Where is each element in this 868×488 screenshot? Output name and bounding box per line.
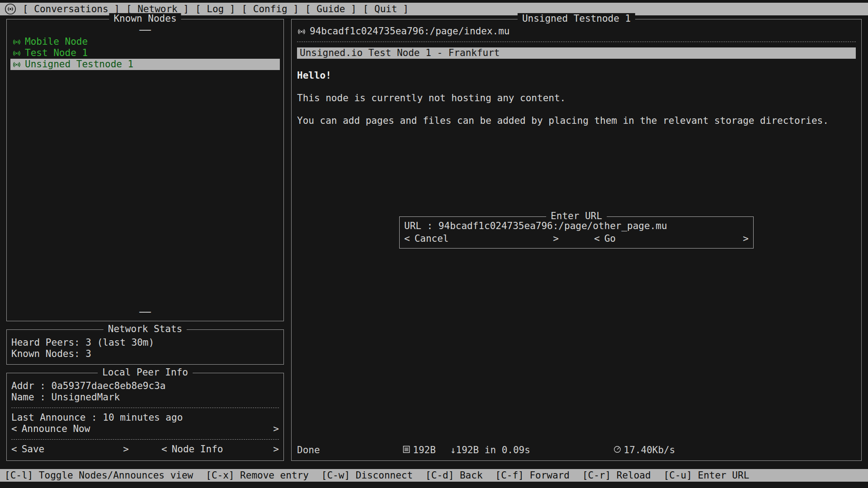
app-logo-icon bbox=[5, 3, 16, 15]
status-size-group: 192B bbox=[335, 433, 436, 467]
peer-name: Name : UnsignedMark bbox=[11, 392, 279, 403]
status-speed-group: 17.40Kb/s bbox=[545, 433, 675, 467]
page-header-bar: Unsigned.io Test Node 1 - Frankfurt bbox=[297, 47, 856, 59]
browser-status-row: Done 192B ↓192B in 0.09s bbox=[297, 445, 856, 456]
scroll-indicator-bottom: ── bbox=[10, 307, 280, 318]
cancel-label: Cancel bbox=[415, 233, 449, 244]
node-row-mobile-node[interactable]: Mobile Node bbox=[10, 36, 280, 47]
shortcut-bar: [C-l] Toggle Nodes/Announces view [C-x] … bbox=[0, 469, 868, 482]
local-peer-info-panel: Local Peer Info Addr : 0a59377daec8eb8e9… bbox=[6, 373, 284, 461]
status-state: Done bbox=[297, 445, 320, 456]
nomadnet-screen: [ Conversations ] [ Network ] [ Log ] [ … bbox=[0, 0, 868, 488]
current-url-text: 94bcadf1c024735ea796:/page/index.mu bbox=[310, 26, 510, 37]
button-left-bracket: < bbox=[594, 233, 600, 244]
announce-now-label: Announce Now bbox=[22, 423, 90, 435]
status-speed: 17.40Kb/s bbox=[624, 445, 675, 456]
node-name: Unsigned Testnode 1 bbox=[25, 59, 133, 70]
known-nodes-panel: Known Nodes ── Mobile Node bbox=[6, 19, 284, 321]
go-label: Go bbox=[604, 233, 616, 244]
shortcut-reload: [C-r] Reload bbox=[582, 470, 651, 481]
browser-panel: Unsigned Testnode 1 94bcadf1c024735ea796… bbox=[291, 19, 862, 461]
node-info-label: Node Info bbox=[172, 444, 223, 455]
network-stats-title: Network Stats bbox=[104, 324, 187, 335]
menu-config[interactable]: [ Config ] bbox=[242, 4, 299, 15]
antenna-icon bbox=[297, 27, 306, 36]
node-row-test-node-1[interactable]: Test Node 1 bbox=[10, 47, 280, 59]
status-size: 192B bbox=[413, 445, 436, 456]
shortcut-enter-url: [C-u] Enter URL bbox=[664, 470, 750, 481]
menu-conversations[interactable]: [ Conversations ] bbox=[23, 4, 120, 15]
node-name: Mobile Node bbox=[25, 36, 88, 47]
known-nodes-title: Known Nodes bbox=[109, 13, 181, 24]
enter-url-dialog-title: Enter URL bbox=[546, 211, 607, 222]
url-field-row: URL : 94bcadf1c024735ea796:/page/other_p… bbox=[404, 221, 749, 232]
button-right-bracket: > bbox=[273, 444, 279, 455]
node-info-button[interactable]: <Node Info > bbox=[161, 444, 279, 455]
page-paragraph-1: This node is currently not hosting any c… bbox=[297, 93, 856, 104]
local-peer-info-title: Local Peer Info bbox=[98, 367, 193, 378]
shortcut-toggle-view: [C-l] Toggle Nodes/Announces view bbox=[5, 470, 193, 481]
status-transfer: ↓192B in 0.09s bbox=[450, 445, 530, 456]
announce-now-button[interactable]: <Announce Now > bbox=[11, 423, 279, 435]
url-field-caption: URL : bbox=[404, 221, 439, 232]
cancel-button[interactable]: <Cancel > bbox=[404, 233, 559, 244]
go-button[interactable]: <Go > bbox=[594, 233, 749, 244]
peer-address: Addr : 0a59377daec8eb8e9c3a bbox=[11, 380, 279, 392]
page-greeting: Hello! bbox=[297, 70, 856, 81]
peer-buttons-row: <Save > <Node Info > bbox=[11, 444, 279, 455]
divider bbox=[11, 408, 279, 408]
enter-url-dialog: Enter URL URL : 94bcadf1c024735ea796:/pa… bbox=[399, 216, 754, 249]
speed-gauge-icon bbox=[545, 433, 621, 467]
known-nodes-stat: Known Nodes: 3 bbox=[11, 348, 279, 360]
divider bbox=[297, 42, 856, 42]
menu-guide[interactable]: [ Guide ] bbox=[305, 4, 357, 15]
shortcut-back: [C-d] Back bbox=[425, 470, 482, 481]
known-nodes-spacer bbox=[10, 70, 280, 307]
button-left-bracket: < bbox=[404, 233, 410, 244]
save-label: Save bbox=[22, 444, 45, 455]
file-size-icon bbox=[335, 433, 410, 467]
save-button[interactable]: <Save > bbox=[11, 444, 129, 455]
antenna-icon bbox=[12, 38, 21, 47]
button-left-bracket: < bbox=[11, 444, 17, 455]
shortcut-remove-entry: [C-x] Remove entry bbox=[206, 470, 309, 481]
node-name: Test Node 1 bbox=[25, 47, 88, 59]
last-announce-text: Last Announce : 10 minutes ago bbox=[11, 412, 279, 423]
dialog-buttons-row: <Cancel > <Go > bbox=[404, 233, 749, 244]
button-left-bracket: < bbox=[161, 444, 167, 455]
button-right-bracket: > bbox=[743, 233, 749, 244]
divider bbox=[11, 439, 279, 440]
button-right-bracket: > bbox=[553, 233, 559, 244]
antenna-icon bbox=[12, 60, 21, 69]
network-stats-panel: Network Stats Heard Peers: 3 (last 30m) … bbox=[6, 329, 284, 365]
shortcut-forward: [C-f] Forward bbox=[495, 470, 570, 481]
node-row-unsigned-testnode-1[interactable]: Unsigned Testnode 1 bbox=[10, 59, 280, 70]
button-right-bracket: > bbox=[273, 423, 279, 435]
browser-title: Unsigned Testnode 1 bbox=[518, 13, 635, 24]
blank-line bbox=[297, 104, 856, 115]
menu-log[interactable]: [ Log ] bbox=[195, 4, 236, 15]
page-paragraph-2: You can add pages and files can be added… bbox=[297, 115, 856, 127]
scroll-indicator-top: ── bbox=[10, 25, 280, 36]
menu-quit[interactable]: [ Quit ] bbox=[363, 4, 409, 15]
antenna-icon bbox=[12, 49, 21, 58]
shortcut-disconnect: [C-w] Disconnect bbox=[321, 470, 413, 481]
current-url-row: 94bcadf1c024735ea796:/page/index.mu bbox=[297, 26, 856, 37]
left-column: Known Nodes ── Mobile Node bbox=[6, 19, 284, 461]
button-right-bracket: > bbox=[123, 444, 129, 455]
heard-peers-stat: Heard Peers: 3 (last 30m) bbox=[11, 337, 279, 348]
blank-line bbox=[297, 81, 856, 93]
main-content: Known Nodes ── Mobile Node bbox=[0, 15, 868, 465]
url-input[interactable]: 94bcadf1c024735ea796:/page/other_page.mu bbox=[439, 221, 667, 232]
blank-line bbox=[297, 59, 856, 70]
button-left-bracket: < bbox=[11, 423, 17, 435]
